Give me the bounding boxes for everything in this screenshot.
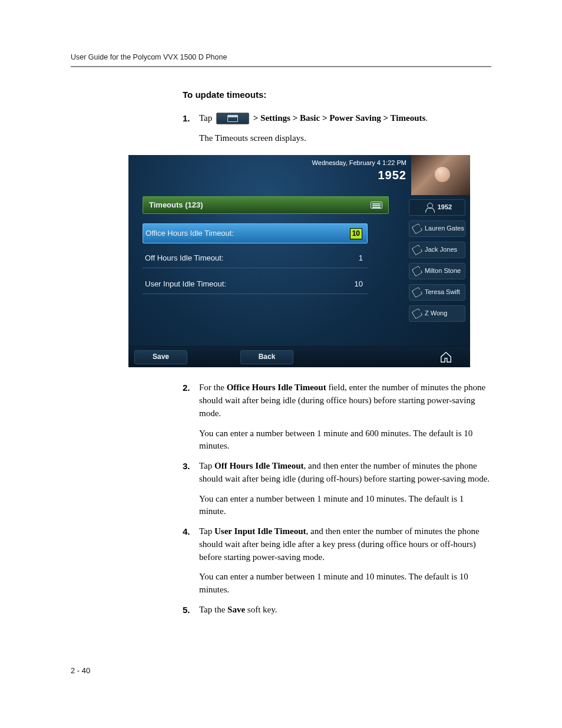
side-label: Milton Stone <box>425 266 461 276</box>
side-contact[interactable]: Lauren Gates <box>409 220 465 237</box>
step-number: 5. <box>183 604 190 617</box>
side-label: 1952 <box>438 203 452 212</box>
row-value: 10 <box>355 279 363 290</box>
step-1-after: The Timeouts screen displays. <box>199 132 491 145</box>
phone-status-bar: Wednesday, February 4 1:22 PM 1952 <box>312 159 406 182</box>
text: Tap the <box>199 605 227 614</box>
step-4: 4. Tap User Input Idle Timeout, and then… <box>183 525 491 597</box>
screenshot: Wednesday, February 4 1:22 PM 1952 Timeo… <box>128 155 470 367</box>
side-label: Jack Jones <box>425 245 457 255</box>
step-number: 3. <box>183 460 190 473</box>
step-number: 4. <box>183 525 190 538</box>
bold: Off Hours Idle Timeout <box>214 461 304 470</box>
menu-icon <box>216 113 249 124</box>
step-5: 5. Tap the Save soft key. <box>183 604 491 617</box>
phone-screen: Wednesday, February 4 1:22 PM 1952 Timeo… <box>128 155 470 367</box>
page-number: 2 - 40 <box>71 666 90 675</box>
phone-title-bar[interactable]: Timeouts (123) <box>143 196 389 214</box>
side-contact[interactable]: Teresa Swift <box>409 284 465 301</box>
phone-selfview-photo <box>411 155 470 195</box>
phone-side-panel: 1952 Lauren Gates Jack Jones <box>409 199 465 322</box>
side-label: Lauren Gates <box>425 224 464 233</box>
phone-softkey-bar: Save Back <box>128 346 470 367</box>
bold: Save <box>227 605 245 614</box>
handset-icon <box>412 287 422 298</box>
page: User Guide for the Polycom VVX 1500 D Ph… <box>0 0 562 728</box>
step-4-p1: Tap User Input Idle Timeout, and then en… <box>199 525 491 564</box>
text: soft key. <box>245 605 277 614</box>
step-1: 1. Tap > Settings > Basic > Power Saving… <box>183 112 491 368</box>
handset-icon <box>412 266 422 276</box>
bold: Office Hours Idle Timeout <box>227 383 326 392</box>
keyboard-icon[interactable] <box>371 202 382 209</box>
phone-datetime: Wednesday, February 4 1:22 PM <box>312 159 406 167</box>
row-value-input[interactable]: 10 <box>350 228 362 239</box>
step-number: 1. <box>183 112 190 125</box>
home-icon <box>439 351 452 364</box>
step-5-p1: Tap the Save soft key. <box>199 604 491 617</box>
phone-title: Timeouts (123) <box>149 200 203 211</box>
row-label: User Input Idle Timeout: <box>145 279 226 290</box>
row-label: Off Hours Idle Timeout: <box>145 253 223 264</box>
phone-extension: 1952 <box>312 167 406 183</box>
text: For the <box>199 383 227 392</box>
step-1-line: Tap > Settings > Basic > Power Saving > … <box>199 112 491 125</box>
step-2-p1: For the Office Hours Idle Timeout field,… <box>199 381 491 420</box>
row-user-input[interactable]: User Input Idle Timeout: 10 <box>143 275 368 294</box>
softkey-back[interactable]: Back <box>240 350 293 364</box>
person-icon <box>425 202 435 213</box>
body-content: To update timeouts: 1. Tap > Settings > … <box>183 88 491 617</box>
home-button[interactable] <box>439 351 452 364</box>
handset-icon <box>412 223 422 234</box>
header-rule <box>71 66 491 67</box>
side-self-line[interactable]: 1952 <box>409 199 465 216</box>
step-2-p2: You can enter a number between 1 minute … <box>199 427 491 453</box>
steps-list: 1. Tap > Settings > Basic > Power Saving… <box>183 112 491 617</box>
side-contact[interactable]: Jack Jones <box>409 242 465 258</box>
row-value: 1 <box>359 253 363 264</box>
step-3: 3. Tap Off Hours Idle Timeout, and then … <box>183 460 491 518</box>
step-3-p2: You can enter a number between 1 minute … <box>199 493 491 519</box>
side-contact[interactable]: Milton Stone <box>409 263 465 279</box>
step-2: 2. For the Office Hours Idle Timeout fie… <box>183 381 491 453</box>
row-off-hours[interactable]: Off Hours Idle Timeout: 1 <box>143 249 368 268</box>
text: Tap <box>199 113 214 123</box>
step-4-p2: You can enter a number between 1 minute … <box>199 571 491 597</box>
softkey-save[interactable]: Save <box>134 350 187 364</box>
text: . <box>425 113 428 123</box>
row-office-hours[interactable]: Office Hours Idle Timeout: 10 <box>143 223 368 243</box>
step-3-p1: Tap Off Hours Idle Timeout, and then ent… <box>199 460 491 486</box>
handset-icon <box>412 245 422 255</box>
side-contact[interactable]: Z Wong <box>409 305 465 322</box>
bold-path: > Settings > Basic > Power Saving > Time… <box>253 113 426 123</box>
section-lead: To update timeouts: <box>183 88 491 101</box>
side-label: Teresa Swift <box>425 288 460 297</box>
handset-icon <box>412 308 422 319</box>
text: Tap <box>199 526 214 536</box>
row-label: Office Hours Idle Timeout: <box>146 228 234 239</box>
text: Tap <box>199 461 214 470</box>
running-header: User Guide for the Polycom VVX 1500 D Ph… <box>71 53 491 61</box>
step-number: 2. <box>183 381 190 394</box>
side-label: Z Wong <box>425 309 447 318</box>
bold: User Input Idle Timeout <box>214 526 306 536</box>
